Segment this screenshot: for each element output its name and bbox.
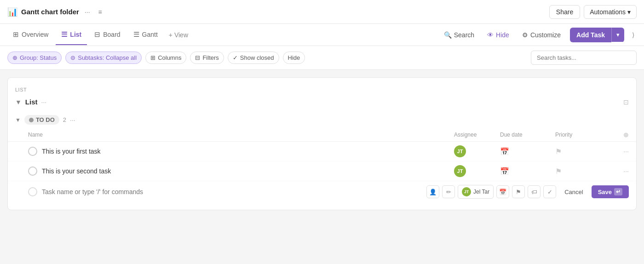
hide-toolbar-label: Hide <box>288 54 300 61</box>
assign-icon: 👤 <box>429 189 437 195</box>
edit-icon: ✏ <box>446 189 451 195</box>
tab-list-label: List <box>70 31 81 38</box>
search-label: Search <box>454 31 474 39</box>
column-headers: Name Assignee Due date Priority ⊕ <box>8 128 636 142</box>
add-view-button[interactable]: + View <box>165 29 192 41</box>
toolbar-right <box>531 51 637 65</box>
task-more-button-1[interactable]: ··· <box>610 148 629 155</box>
task-priority-1[interactable]: ⚑ <box>555 147 610 156</box>
col-assignee-header: Assignee <box>454 132 500 138</box>
status-dot-icon <box>29 118 34 122</box>
avatar-1: JT <box>454 145 466 157</box>
cancel-button[interactable]: Cancel <box>559 186 588 198</box>
new-task-name-input[interactable] <box>42 188 426 195</box>
save-button[interactable]: Save ↵ <box>592 185 629 198</box>
task-duedate-2[interactable]: 📅 <box>500 167 555 176</box>
add-task-chevron-icon: ▾ <box>616 31 620 38</box>
assignee-pill[interactable]: JT Jel Tar <box>458 185 494 199</box>
flag-new-icon: ⚑ <box>516 189 521 195</box>
hide-pill[interactable]: Hide <box>283 52 305 64</box>
task-action-edit-button[interactable]: ✏ <box>442 185 455 198</box>
hide-button[interactable]: 👁 Hide <box>483 29 513 41</box>
flag-icon-2: ⚑ <box>555 167 562 175</box>
task-duedate-1[interactable]: 📅 <box>500 147 555 156</box>
overview-icon: ⊞ <box>13 30 19 39</box>
task-checkbox-1[interactable] <box>28 147 37 156</box>
status-badge-todo: TO DO <box>24 115 59 125</box>
toolbar-left: ⊕ Group: Status ⊜ Subtasks: Collapse all… <box>7 52 527 64</box>
add-task-chevron-button[interactable]: ▾ <box>611 28 624 42</box>
hide-icon: 👁 <box>487 31 494 39</box>
status-group-todo: ▼ TO DO 2 ··· Name Assignee Due date Pri… <box>8 111 636 202</box>
nav-right: 🔍 Search 👁 Hide ⚙ Customize Add Task ▾ ⟩ <box>440 28 637 42</box>
show-closed-pill[interactable]: ✓ Show closed <box>228 52 279 64</box>
automations-button[interactable]: Automations ▾ <box>584 5 637 19</box>
status-count: 2 <box>63 116 66 123</box>
status-more-button[interactable]: ··· <box>70 116 75 124</box>
col-duedate-header: Due date <box>500 132 555 138</box>
customize-button[interactable]: ⚙ Customize <box>518 29 564 41</box>
status-chevron-icon[interactable]: ▼ <box>15 117 21 123</box>
list-title-chevron-icon[interactable]: ▼ <box>15 98 22 106</box>
automations-label: Automations <box>590 8 626 16</box>
task-name-2: This is your second task <box>42 167 454 175</box>
task-priority-2[interactable]: ⚑ <box>555 167 610 176</box>
task-action-flag-button[interactable]: ⚑ <box>512 185 525 198</box>
flag-icon-1: ⚑ <box>555 148 562 155</box>
filters-pill[interactable]: ⊟ Filters <box>190 52 224 64</box>
new-task-checkbox <box>28 187 37 196</box>
new-task-row: 👤 ✏ JT Jel Tar 📅 ⚑ <box>8 181 636 202</box>
tab-gantt[interactable]: ☰ Gantt <box>128 25 163 45</box>
list-header: List <box>8 85 636 96</box>
tab-overview[interactable]: ⊞ Overview <box>7 25 54 45</box>
hide-label: Hide <box>496 31 509 39</box>
folder-icon: 📊 <box>7 7 17 17</box>
show-closed-label: Show closed <box>240 54 274 61</box>
task-action-check-button[interactable]: ✓ <box>543 185 556 198</box>
board-icon: ⊟ <box>94 30 100 39</box>
add-task-button[interactable]: Add Task <box>570 28 611 42</box>
top-bar-right: Share Automations ▾ <box>549 5 637 19</box>
task-action-tag-button[interactable]: 🏷 <box>528 185 540 198</box>
content-area: List ▼ List ··· ⊡ ▼ TO DO 2 ··· <box>0 70 644 264</box>
col-add-button[interactable]: ⊕ <box>610 131 629 138</box>
search-tasks-input[interactable] <box>531 51 637 65</box>
assignee-pill-name: Jel Tar <box>473 189 489 195</box>
filters-label: Filters <box>202 54 218 61</box>
list-options-button[interactable]: ··· <box>41 98 47 106</box>
col-name-header: Name <box>28 132 454 138</box>
calendar-icon-1: 📅 <box>500 148 509 155</box>
group-status-icon: ⊕ <box>12 54 17 61</box>
status-label: TO DO <box>36 116 55 123</box>
list-icon: ☰ <box>61 30 67 39</box>
check-icon: ✓ <box>547 189 552 195</box>
expand-button[interactable]: ⟩ <box>630 29 637 41</box>
tab-board-label: Board <box>103 31 120 38</box>
share-button[interactable]: Share <box>549 5 580 19</box>
columns-pill[interactable]: ⊞ Columns <box>145 52 186 64</box>
list-container: List ▼ List ··· ⊡ ▼ TO DO 2 ··· <box>7 77 637 210</box>
avatar-2: JT <box>454 165 466 177</box>
task-action-calendar-button[interactable]: 📅 <box>496 185 509 198</box>
tab-board[interactable]: ⊟ Board <box>89 25 126 45</box>
task-more-button-2[interactable]: ··· <box>610 167 629 175</box>
search-button[interactable]: 🔍 Search <box>440 29 478 41</box>
tag-icon: 🏷 <box>531 189 537 195</box>
save-label: Save <box>598 189 612 195</box>
task-action-assign-button[interactable]: 👤 <box>426 185 439 198</box>
assignee-pill-avatar: JT <box>462 187 471 196</box>
add-task-group: Add Task ▾ <box>570 28 624 42</box>
add-view-label: + View <box>169 31 188 39</box>
collapse-panel-icon[interactable]: ⊡ <box>623 98 629 106</box>
task-checkbox-2[interactable] <box>28 166 37 176</box>
group-status-pill[interactable]: ⊕ Group: Status <box>7 52 62 64</box>
folder-ellipsis-button[interactable]: ··· <box>83 7 92 17</box>
save-enter-icon: ↵ <box>614 188 622 195</box>
hamburger-icon[interactable]: ≡ <box>96 7 105 17</box>
folder-title: Gantt chart folder <box>21 8 79 16</box>
table-row: This is your second task JT 📅 ⚑ ··· <box>8 161 636 181</box>
calendar-new-icon: 📅 <box>499 189 506 195</box>
subtasks-pill[interactable]: ⊜ Subtasks: Collapse all <box>65 52 142 64</box>
customize-label: Customize <box>530 31 561 39</box>
tab-list[interactable]: ☰ List <box>56 25 87 45</box>
